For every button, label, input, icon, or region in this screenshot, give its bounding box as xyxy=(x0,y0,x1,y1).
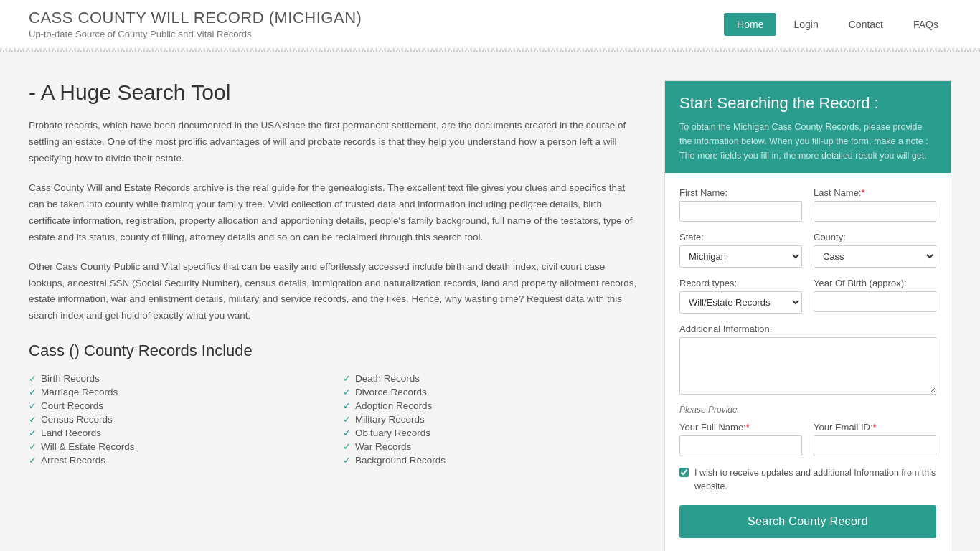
site-subtitle: Up-to-date Source of County Public and V… xyxy=(29,29,362,39)
nav-login[interactable]: Login xyxy=(781,13,831,36)
list-item: ✓Obituary Records xyxy=(343,426,643,440)
list-item: ✓Census Records xyxy=(29,413,329,426)
state-select[interactable]: Michigan Alabama Alaska Arizona xyxy=(679,245,802,268)
first-name-label: First Name: xyxy=(679,187,802,198)
right-column: Start Searching the Record : To obtain t… xyxy=(664,80,951,551)
full-name-input[interactable] xyxy=(679,435,802,456)
title-part1: CASS COUNTY WILL RECORD xyxy=(29,9,264,27)
email-input[interactable] xyxy=(814,435,936,456)
state-label: State: xyxy=(679,232,802,242)
title-part2: (MICHIGAN) xyxy=(264,9,362,27)
check-icon: ✓ xyxy=(29,455,37,466)
header: CASS COUNTY WILL RECORD (MICHIGAN) Up-to… xyxy=(0,0,980,50)
page-big-title: - A Huge Search Tool xyxy=(29,80,643,105)
year-of-birth-input[interactable] xyxy=(814,291,936,312)
search-county-record-button[interactable]: Search County Record xyxy=(679,505,936,538)
last-name-label: Last Name:* xyxy=(814,187,936,198)
state-county-row: State: Michigan Alabama Alaska Arizona C… xyxy=(679,232,936,268)
please-provide-label: Please Provide xyxy=(679,405,936,415)
records-col2: ✓Death Records✓Divorce Records✓Adoption … xyxy=(343,372,643,467)
list-item: ✓Adoption Records xyxy=(343,399,643,413)
record-year-row: Record types: Will/Estate Records Birth … xyxy=(679,278,936,314)
year-of-birth-group: Year Of Birth (approx): xyxy=(814,278,936,314)
email-group: Your Email ID:* xyxy=(814,422,936,456)
paragraph-3: Other Cass County Public and Vital speci… xyxy=(29,259,643,325)
check-icon: ✓ xyxy=(29,414,37,425)
record-types-group: Record types: Will/Estate Records Birth … xyxy=(679,278,802,314)
first-name-input[interactable] xyxy=(679,201,802,222)
search-panel: Start Searching the Record : To obtain t… xyxy=(664,80,951,551)
check-icon: ✓ xyxy=(343,414,351,425)
check-icon: ✓ xyxy=(29,441,37,452)
list-item: ✓Death Records xyxy=(343,372,643,385)
last-name-input[interactable] xyxy=(814,201,936,222)
search-panel-title: Start Searching the Record : xyxy=(679,94,936,113)
state-group: State: Michigan Alabama Alaska Arizona xyxy=(679,232,802,268)
list-item: ✓Birth Records xyxy=(29,372,329,385)
county-select[interactable]: Cass Wayne Kent Oakland xyxy=(814,245,936,268)
site-branding: CASS COUNTY WILL RECORD (MICHIGAN) Up-to… xyxy=(29,9,362,39)
search-panel-desc: To obtain the Michigan Cass County Recor… xyxy=(679,120,936,163)
paragraph-2: Cass County Will and Estate Records arch… xyxy=(29,180,643,246)
additional-info-group: Additional Information: xyxy=(679,324,936,395)
record-types-label: Record types: xyxy=(679,278,802,288)
newsletter-checkbox-row: I wish to receive updates and additional… xyxy=(679,466,936,494)
list-item: ✓Marriage Records xyxy=(29,385,329,399)
county-label: County: xyxy=(814,232,936,242)
left-column: - A Huge Search Tool Probate records, wh… xyxy=(29,80,643,551)
check-icon: ✓ xyxy=(343,387,351,397)
list-item: ✓Arrest Records xyxy=(29,453,329,467)
full-name-req: * xyxy=(746,422,750,433)
check-icon: ✓ xyxy=(343,428,351,438)
main-nav: Home Login Contact FAQs xyxy=(724,13,951,36)
main-content: - A Huge Search Tool Probate records, wh… xyxy=(0,52,980,551)
newsletter-label: I wish to receive updates and additional… xyxy=(694,466,936,494)
check-icon: ✓ xyxy=(29,373,37,384)
check-icon: ✓ xyxy=(343,400,351,411)
additional-info-label: Additional Information: xyxy=(679,324,936,334)
list-item: ✓Background Records xyxy=(343,453,643,467)
last-name-req: * xyxy=(861,187,864,198)
year-of-birth-label: Year Of Birth (approx): xyxy=(814,278,936,288)
check-icon: ✓ xyxy=(29,428,37,438)
records-section-title: Cass () County Records Include xyxy=(29,342,643,360)
list-item: ✓Divorce Records xyxy=(343,385,643,399)
paragraph-1: Probate records, which have been documen… xyxy=(29,118,643,167)
email-req: * xyxy=(873,422,877,433)
full-name-group: Your Full Name:* xyxy=(679,422,802,456)
name-row: First Name: Last Name:* xyxy=(679,187,936,222)
records-grid: ✓Birth Records✓Marriage Records✓Court Re… xyxy=(29,372,643,467)
nav-home[interactable]: Home xyxy=(724,13,776,36)
list-item: ✓Land Records xyxy=(29,426,329,440)
contact-row: Your Full Name:* Your Email ID:* xyxy=(679,422,936,456)
check-icon: ✓ xyxy=(343,373,351,384)
list-item: ✓Military Records xyxy=(343,413,643,426)
list-item: ✓War Records xyxy=(343,440,643,453)
nav-contact[interactable]: Contact xyxy=(836,13,896,36)
first-name-group: First Name: xyxy=(679,187,802,222)
site-title: CASS COUNTY WILL RECORD (MICHIGAN) xyxy=(29,9,362,27)
county-group: County: Cass Wayne Kent Oakland xyxy=(814,232,936,268)
newsletter-checkbox[interactable] xyxy=(679,468,689,477)
full-name-label: Your Full Name:* xyxy=(679,422,802,433)
search-panel-header: Start Searching the Record : To obtain t… xyxy=(665,81,951,173)
check-icon: ✓ xyxy=(29,400,37,411)
search-panel-body: First Name: Last Name:* State: Michigan xyxy=(665,173,951,551)
list-item: ✓Court Records xyxy=(29,399,329,413)
list-item: ✓Will & Estate Records xyxy=(29,440,329,453)
record-types-select[interactable]: Will/Estate Records Birth Records Death … xyxy=(679,291,802,314)
check-icon: ✓ xyxy=(29,387,37,397)
records-col1: ✓Birth Records✓Marriage Records✓Court Re… xyxy=(29,372,329,467)
last-name-group: Last Name:* xyxy=(814,187,936,222)
additional-info-textarea[interactable] xyxy=(679,337,936,395)
email-label: Your Email ID:* xyxy=(814,422,936,433)
check-icon: ✓ xyxy=(343,455,351,466)
check-icon: ✓ xyxy=(343,441,351,452)
nav-faqs[interactable]: FAQs xyxy=(900,13,951,36)
